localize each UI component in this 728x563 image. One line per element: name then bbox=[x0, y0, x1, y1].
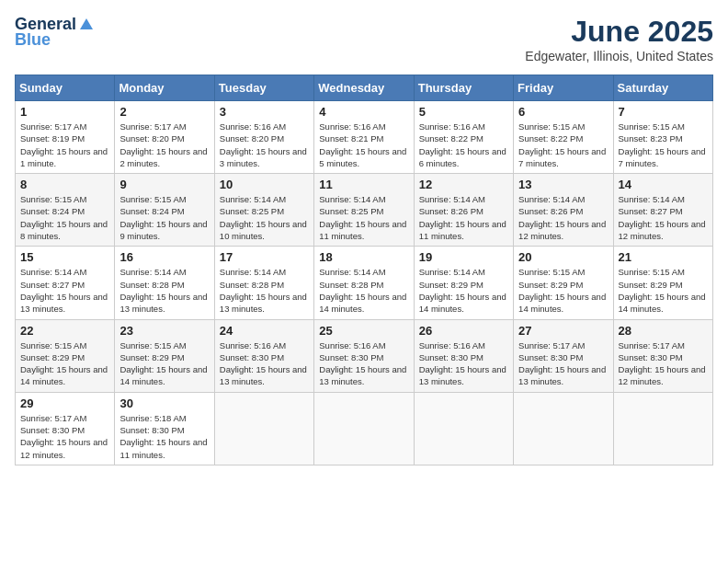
sunset-text: Sunset: 8:30 PM bbox=[20, 425, 85, 435]
daylight-text: Daylight: 15 hours and 14 minutes. bbox=[20, 364, 108, 386]
calendar-header-monday: Monday bbox=[115, 75, 214, 101]
sunset-text: Sunset: 8:24 PM bbox=[20, 206, 85, 216]
sunset-text: Sunset: 8:29 PM bbox=[419, 280, 483, 290]
daylight-text: Daylight: 15 hours and 14 minutes. bbox=[119, 364, 207, 386]
calendar-header-row: SundayMondayTuesdayWednesdayThursdayFrid… bbox=[16, 75, 713, 101]
calendar-cell: 14 Sunrise: 5:14 AM Sunset: 8:27 PM Dayl… bbox=[613, 174, 712, 247]
month-year-title: June 2025 bbox=[525, 15, 713, 49]
calendar-cell: 9 Sunrise: 5:15 AM Sunset: 8:24 PM Dayli… bbox=[115, 174, 214, 247]
calendar-week-row: 29 Sunrise: 5:17 AM Sunset: 8:30 PM Dayl… bbox=[16, 392, 713, 465]
title-area: June 2025 Edgewater, Illinois, United St… bbox=[525, 15, 713, 63]
daylight-text: Daylight: 15 hours and 12 minutes. bbox=[619, 219, 706, 241]
calendar-cell: 30 Sunrise: 5:18 AM Sunset: 8:30 PM Dayl… bbox=[115, 392, 214, 465]
daylight-text: Daylight: 15 hours and 6 minutes. bbox=[419, 146, 506, 168]
daylight-text: Daylight: 15 hours and 11 minutes. bbox=[319, 219, 406, 241]
daylight-text: Daylight: 15 hours and 3 minutes. bbox=[220, 146, 307, 168]
calendar-header-tuesday: Tuesday bbox=[214, 75, 313, 101]
day-number: 15 bbox=[20, 250, 109, 264]
sunset-text: Sunset: 8:26 PM bbox=[518, 206, 583, 216]
logo-blue-text: Blue bbox=[15, 30, 51, 50]
daylight-text: Daylight: 15 hours and 2 minutes. bbox=[119, 146, 207, 168]
sunset-text: Sunset: 8:26 PM bbox=[419, 206, 483, 216]
sunrise-text: Sunrise: 5:16 AM bbox=[319, 121, 385, 132]
sunrise-text: Sunrise: 5:14 AM bbox=[220, 194, 286, 204]
calendar-cell: 24 Sunrise: 5:16 AM Sunset: 8:30 PM Dayl… bbox=[214, 319, 313, 392]
calendar-header-thursday: Thursday bbox=[414, 75, 513, 101]
calendar-cell: 18 Sunrise: 5:14 AM Sunset: 8:28 PM Dayl… bbox=[314, 247, 414, 319]
calendar-cell: 12 Sunrise: 5:14 AM Sunset: 8:26 PM Dayl… bbox=[414, 174, 513, 247]
calendar-cell: 26 Sunrise: 5:16 AM Sunset: 8:30 PM Dayl… bbox=[414, 319, 513, 392]
sunset-text: Sunset: 8:30 PM bbox=[518, 352, 583, 362]
calendar-header-friday: Friday bbox=[514, 75, 613, 101]
sunrise-text: Sunrise: 5:15 AM bbox=[20, 194, 86, 204]
sunset-text: Sunset: 8:24 PM bbox=[119, 206, 184, 216]
calendar-cell: 16 Sunrise: 5:14 AM Sunset: 8:28 PM Dayl… bbox=[115, 247, 214, 319]
calendar-week-row: 22 Sunrise: 5:15 AM Sunset: 8:29 PM Dayl… bbox=[16, 319, 713, 392]
day-number: 24 bbox=[220, 324, 309, 338]
day-number: 29 bbox=[20, 396, 109, 410]
sunset-text: Sunset: 8:20 PM bbox=[119, 133, 184, 144]
sunrise-text: Sunrise: 5:14 AM bbox=[419, 194, 485, 204]
sunrise-text: Sunrise: 5:15 AM bbox=[518, 267, 585, 277]
calendar-cell bbox=[214, 392, 313, 465]
day-number: 26 bbox=[419, 324, 508, 338]
day-number: 17 bbox=[220, 250, 309, 264]
sunrise-text: Sunrise: 5:17 AM bbox=[518, 340, 585, 350]
daylight-text: Daylight: 15 hours and 9 minutes. bbox=[119, 219, 207, 241]
sunrise-text: Sunrise: 5:14 AM bbox=[419, 267, 485, 277]
calendar-cell bbox=[314, 392, 414, 465]
calendar-cell: 6 Sunrise: 5:15 AM Sunset: 8:22 PM Dayli… bbox=[514, 101, 613, 174]
sunset-text: Sunset: 8:30 PM bbox=[419, 352, 483, 362]
daylight-text: Daylight: 15 hours and 12 minutes. bbox=[20, 437, 108, 459]
day-number: 18 bbox=[319, 250, 408, 264]
day-number: 1 bbox=[20, 105, 109, 119]
calendar-cell: 23 Sunrise: 5:15 AM Sunset: 8:29 PM Dayl… bbox=[115, 319, 214, 392]
calendar-cell: 25 Sunrise: 5:16 AM Sunset: 8:30 PM Dayl… bbox=[314, 319, 414, 392]
day-number: 19 bbox=[419, 250, 508, 264]
daylight-text: Daylight: 15 hours and 14 minutes. bbox=[518, 292, 606, 314]
sunset-text: Sunset: 8:27 PM bbox=[20, 280, 85, 290]
calendar-cell: 11 Sunrise: 5:14 AM Sunset: 8:25 PM Dayl… bbox=[314, 174, 414, 247]
sunset-text: Sunset: 8:30 PM bbox=[119, 425, 184, 435]
sunrise-text: Sunrise: 5:17 AM bbox=[20, 121, 86, 132]
calendar-cell: 29 Sunrise: 5:17 AM Sunset: 8:30 PM Dayl… bbox=[16, 392, 115, 465]
sunset-text: Sunset: 8:28 PM bbox=[220, 280, 284, 290]
sunset-text: Sunset: 8:21 PM bbox=[319, 133, 383, 144]
day-number: 14 bbox=[619, 178, 708, 191]
sunrise-text: Sunrise: 5:14 AM bbox=[518, 194, 585, 204]
calendar-cell: 2 Sunrise: 5:17 AM Sunset: 8:20 PM Dayli… bbox=[115, 101, 214, 174]
sunrise-text: Sunrise: 5:14 AM bbox=[619, 194, 685, 204]
sunrise-text: Sunrise: 5:14 AM bbox=[319, 194, 385, 204]
sunset-text: Sunset: 8:29 PM bbox=[20, 352, 85, 362]
sunrise-text: Sunrise: 5:14 AM bbox=[220, 267, 286, 277]
daylight-text: Daylight: 15 hours and 12 minutes. bbox=[619, 364, 706, 386]
calendar-cell: 8 Sunrise: 5:15 AM Sunset: 8:24 PM Dayli… bbox=[16, 174, 115, 247]
sunset-text: Sunset: 8:23 PM bbox=[619, 133, 683, 144]
day-number: 4 bbox=[319, 105, 408, 119]
daylight-text: Daylight: 15 hours and 5 minutes. bbox=[319, 146, 406, 168]
daylight-text: Daylight: 15 hours and 11 minutes. bbox=[119, 437, 207, 459]
calendar-week-row: 15 Sunrise: 5:14 AM Sunset: 8:27 PM Dayl… bbox=[16, 247, 713, 319]
sunrise-text: Sunrise: 5:15 AM bbox=[119, 340, 186, 350]
day-number: 16 bbox=[119, 250, 209, 264]
sunrise-text: Sunrise: 5:16 AM bbox=[220, 121, 286, 132]
daylight-text: Daylight: 15 hours and 12 minutes. bbox=[518, 219, 606, 241]
sunrise-text: Sunrise: 5:15 AM bbox=[518, 121, 585, 132]
day-number: 6 bbox=[518, 105, 608, 119]
calendar-cell: 5 Sunrise: 5:16 AM Sunset: 8:22 PM Dayli… bbox=[414, 101, 513, 174]
sunrise-text: Sunrise: 5:17 AM bbox=[619, 340, 685, 350]
day-number: 25 bbox=[319, 324, 408, 338]
day-number: 8 bbox=[20, 178, 109, 191]
sunrise-text: Sunrise: 5:14 AM bbox=[20, 267, 86, 277]
daylight-text: Daylight: 15 hours and 1 minute. bbox=[20, 146, 108, 168]
day-number: 2 bbox=[119, 105, 209, 119]
sunset-text: Sunset: 8:25 PM bbox=[220, 206, 284, 216]
sunset-text: Sunset: 8:30 PM bbox=[619, 352, 683, 362]
sunrise-text: Sunrise: 5:15 AM bbox=[119, 194, 186, 204]
sunrise-text: Sunrise: 5:15 AM bbox=[619, 267, 685, 277]
calendar-cell: 15 Sunrise: 5:14 AM Sunset: 8:27 PM Dayl… bbox=[16, 247, 115, 319]
daylight-text: Daylight: 15 hours and 8 minutes. bbox=[20, 219, 108, 241]
sunset-text: Sunset: 8:29 PM bbox=[119, 352, 184, 362]
day-number: 11 bbox=[319, 178, 408, 191]
sunset-text: Sunset: 8:29 PM bbox=[619, 280, 683, 290]
